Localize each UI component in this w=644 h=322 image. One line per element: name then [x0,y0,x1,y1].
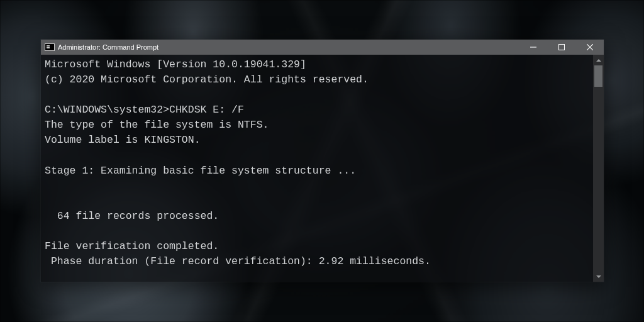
window-client-area: Microsoft Windows [Version 10.0.19041.32… [41,55,604,282]
scroll-up-button[interactable] [593,55,604,65]
prompt-line: C:\WINDOWS\system32>CHKDSK E: /F [45,103,592,118]
volume-label-line: Volume label is KINGSTON. [45,133,592,148]
maximize-icon [558,44,565,50]
minimize-icon [530,44,536,50]
scroll-thumb[interactable] [594,65,602,87]
close-icon [587,44,593,50]
blank-line [45,148,592,163]
command-prompt-window: Administrator: Command Prompt Microsoft … [41,40,604,282]
vertical-scrollbar[interactable] [593,55,604,282]
blank-line [45,224,592,239]
svg-rect-0 [558,45,564,50]
titlebar[interactable]: Administrator: Command Prompt [41,40,604,55]
blank-line [45,179,592,194]
close-button[interactable] [575,40,604,55]
fs-type-line: The type of the file system is NTFS. [45,118,592,133]
banner-line-2: (c) 2020 Microsoft Corporation. All righ… [45,72,592,87]
stage-line: Stage 1: Examining basic file system str… [45,164,592,179]
blank-line [45,87,592,103]
maximize-button[interactable] [547,40,575,55]
minimize-button[interactable] [519,40,547,55]
scroll-down-button[interactable] [593,271,604,282]
entered-command: CHKDSK E: /F [169,104,244,116]
cmd-icon [45,43,55,51]
verification-complete-line: File verification completed. [45,239,592,254]
prompt-path: C:\WINDOWS\system32> [45,104,169,116]
window-title: Administrator: Command Prompt [58,43,158,51]
phase-duration-line: Phase duration (File record verification… [45,254,592,269]
chevron-down-icon [596,274,601,279]
chevron-up-icon [596,58,601,63]
banner-line-1: Microsoft Windows [Version 10.0.19041.32… [45,57,592,72]
records-processed-line: 64 file records processed. [45,209,592,224]
blank-line [45,194,592,209]
terminal-output[interactable]: Microsoft Windows [Version 10.0.19041.32… [41,55,593,282]
